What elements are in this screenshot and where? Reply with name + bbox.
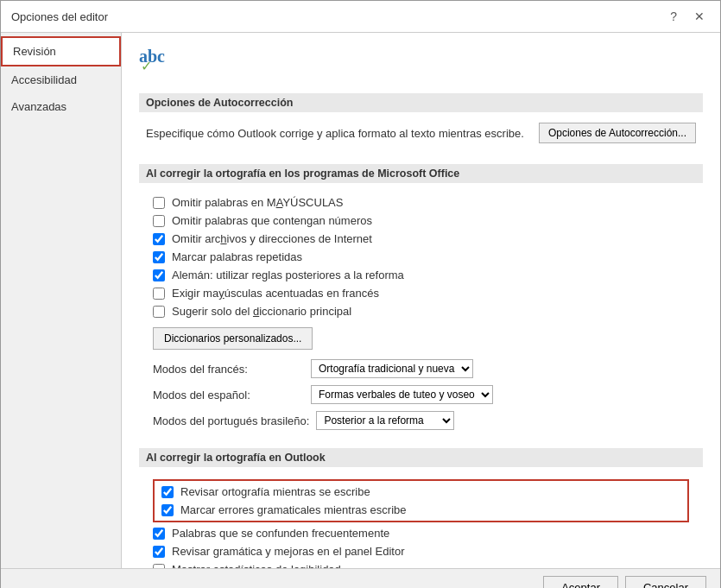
window-title: Opciones del editor xyxy=(11,10,108,23)
section-spelling-office-body: Omitir palabras en MAYÚSCULAS Omitir pal… xyxy=(139,190,703,438)
checkbox-revisar-escribe-input[interactable] xyxy=(161,486,174,498)
titlebar: Opciones del editor ? ✕ xyxy=(1,1,720,33)
dropdown-espanol-row: Modos del español: Formas verbales de tu… xyxy=(146,383,696,407)
checkbox-revisar-escribe: Revisar ortografía mientras se escribe xyxy=(155,483,687,501)
section-spelling-office-header: Al corregir la ortografía en los program… xyxy=(139,164,703,183)
checkbox-marcar-gramatica: Marcar errores gramaticales mientras esc… xyxy=(155,501,687,519)
sidebar-item-avanzadas[interactable]: Avanzadas xyxy=(1,93,121,120)
section-spelling-outlook-body: Revisar ortografía mientras se escribe M… xyxy=(139,474,703,568)
accept-button[interactable]: Aceptar xyxy=(543,576,618,588)
checkbox-archivos: Omitir archivos y direcciones de Interne… xyxy=(146,230,696,248)
sidebar: Revisión Accesibilidad Avanzadas xyxy=(1,33,122,568)
dropdown-portugues-select[interactable]: Posterior a la reforma Anterior a la ref… xyxy=(316,411,454,430)
dropdown-frances-select[interactable]: Ortografía tradicional y nueva Ortografí… xyxy=(311,359,473,378)
section-autocorrect-header: Opciones de Autocorrección xyxy=(139,93,703,112)
checkbox-confunden: Palabras que se confunden frecuentemente xyxy=(146,524,696,542)
checkbox-mayusculas-input[interactable] xyxy=(153,197,165,209)
sidebar-item-accesibilidad[interactable]: Accesibilidad xyxy=(1,66,121,93)
content-area: Revisión Accesibilidad Avanzadas abc ✓ O… xyxy=(1,33,720,568)
bottom-bar: Aceptar Cancelar xyxy=(1,568,720,588)
abc-icon-wrapper: abc ✓ xyxy=(139,47,170,73)
help-button[interactable]: ? xyxy=(665,8,682,25)
checkbox-marcar-gramatica-input[interactable] xyxy=(161,504,174,516)
checkbox-mayusculas: Omitir palabras en MAYÚSCULAS xyxy=(146,193,696,212)
checkbox-frances-may-input[interactable] xyxy=(153,288,165,300)
checkbox-aleman: Alemán: utilizar reglas posteriores a la… xyxy=(146,266,696,284)
checkbox-numeros-input[interactable] xyxy=(153,215,165,227)
titlebar-controls: ? ✕ xyxy=(665,8,710,25)
main-header: abc ✓ xyxy=(139,47,703,79)
section-spelling-outlook-header: Al corregir la ortografía en Outlook xyxy=(139,448,703,467)
dropdown-frances-row: Modos del francés: Ortografía tradiciona… xyxy=(146,357,696,381)
sidebar-item-revision[interactable]: Revisión xyxy=(1,36,121,66)
checkbox-revisar-gramatica-input[interactable] xyxy=(153,546,165,558)
checkbox-repetidas: Marcar palabras repetidas xyxy=(146,248,696,266)
highlighted-checkboxes: Revisar ortografía mientras se escribe M… xyxy=(153,479,689,522)
autocorrect-description-row: Especifique cómo Outlook corrige y aplic… xyxy=(146,123,696,143)
diccionarios-button[interactable]: Diccionarios personalizados... xyxy=(153,327,313,350)
checkbox-confunden-input[interactable] xyxy=(153,528,165,540)
main-panel: abc ✓ Opciones de Autocorrección Especif… xyxy=(122,33,720,568)
checkbox-archivos-input[interactable] xyxy=(153,233,165,245)
diccionarios-btn-row: Diccionarios personalizados... xyxy=(146,320,696,357)
section-autocorrect-body: Especifique cómo Outlook corrige y aplic… xyxy=(139,119,703,154)
checkbox-estadisticas: Mostrar estadísticas de legibilidad xyxy=(146,560,696,568)
checkbox-diccionario: Sugerir solo del diccionario principal xyxy=(146,302,696,320)
editor-options-window: Opciones del editor ? ✕ Revisión Accesib… xyxy=(0,0,721,588)
cancel-button[interactable]: Cancelar xyxy=(625,576,706,588)
checkbox-revisar-gramatica: Revisar gramática y mejoras en el panel … xyxy=(146,542,696,560)
checkbox-estadisticas-input[interactable] xyxy=(153,564,165,569)
dropdown-portugues-row: Modos del portugués brasileño: Posterior… xyxy=(146,408,696,433)
checkbox-aleman-input[interactable] xyxy=(153,269,165,281)
checkbox-frances-may: Exigir mayúsculas acentuadas en francés xyxy=(146,284,696,302)
check-icon: ✓ xyxy=(141,58,152,74)
checkbox-repetidas-input[interactable] xyxy=(153,251,165,263)
checkbox-diccionario-input[interactable] xyxy=(153,306,165,318)
dropdown-espanol-select[interactable]: Formas verbales de tuteo y voseo Tuteo V… xyxy=(311,385,493,404)
checkbox-numeros: Omitir palabras que contengan números xyxy=(146,212,696,230)
close-button[interactable]: ✕ xyxy=(689,8,710,25)
autocorrect-options-button[interactable]: Opciones de Autocorrección... xyxy=(539,123,696,143)
